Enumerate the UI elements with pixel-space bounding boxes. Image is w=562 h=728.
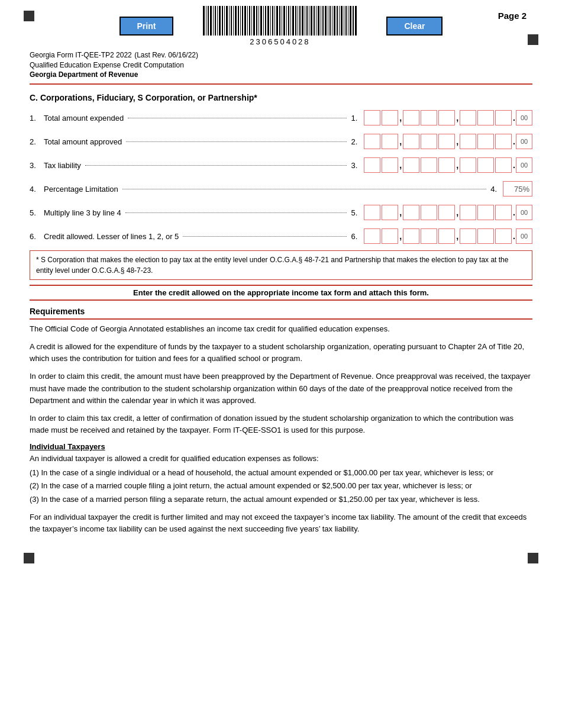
input-cell[interactable] bbox=[495, 157, 512, 173]
svg-rect-28 bbox=[267, 6, 269, 36]
instruction-text: Enter the credit allowed on the appropri… bbox=[30, 285, 532, 301]
svg-rect-12 bbox=[231, 6, 232, 36]
input-cell[interactable] bbox=[477, 110, 494, 125]
individual-taxpayers-title: Individual Taxpayers bbox=[30, 442, 532, 451]
input-cell[interactable] bbox=[403, 205, 419, 220]
corner-mark-bl bbox=[24, 553, 34, 563]
input-cell[interactable] bbox=[382, 205, 398, 220]
svg-rect-29 bbox=[270, 6, 271, 36]
input-cell[interactable] bbox=[477, 228, 494, 244]
row-2-input[interactable]: , , . 00 bbox=[363, 134, 532, 149]
input-cell[interactable] bbox=[403, 110, 419, 125]
svg-rect-44 bbox=[305, 6, 305, 36]
svg-rect-25 bbox=[260, 6, 262, 36]
svg-rect-19 bbox=[247, 6, 248, 36]
barcode bbox=[197, 6, 363, 36]
cents-cell-1[interactable]: 00 bbox=[516, 110, 532, 125]
svg-rect-41 bbox=[298, 6, 298, 36]
input-cell[interactable] bbox=[364, 157, 380, 173]
pct-box-4[interactable]: 75% bbox=[503, 181, 532, 197]
page-number: Page 2 bbox=[498, 11, 527, 21]
svg-rect-5 bbox=[215, 6, 216, 36]
input-cell[interactable] bbox=[438, 205, 455, 220]
svg-rect-1 bbox=[206, 6, 206, 36]
svg-rect-47 bbox=[311, 6, 312, 36]
svg-rect-0 bbox=[203, 6, 205, 36]
top-bar: Print bbox=[0, 0, 562, 49]
svg-rect-22 bbox=[253, 6, 255, 36]
input-cell[interactable] bbox=[382, 157, 398, 173]
input-cell[interactable] bbox=[382, 110, 398, 125]
svg-rect-3 bbox=[210, 6, 212, 36]
input-cell[interactable] bbox=[438, 110, 455, 125]
input-cell[interactable] bbox=[495, 228, 512, 244]
svg-rect-11 bbox=[229, 6, 230, 36]
cents-cell-5[interactable]: 00 bbox=[516, 205, 532, 220]
form-title: Georgia Form IT-QEE-TP2 2022 (Last Rev. … bbox=[30, 49, 532, 60]
footnote-box: * S Corporation that makes the election … bbox=[30, 250, 532, 280]
svg-rect-2 bbox=[208, 6, 209, 36]
input-cell[interactable] bbox=[421, 157, 437, 173]
row-5-label: 5. Multiply line 3 by line 4 5. bbox=[30, 208, 357, 217]
input-cell[interactable] bbox=[438, 157, 455, 173]
list-item-2: (2) In the case of a married couple fili… bbox=[30, 480, 532, 492]
input-cell[interactable] bbox=[477, 205, 494, 220]
barcode-number: 2306504028 bbox=[250, 37, 310, 46]
print-button[interactable]: Print bbox=[119, 17, 174, 36]
list-item-3: (3) In the case of a married person fili… bbox=[30, 494, 532, 505]
cents-cell-6[interactable]: 00 bbox=[516, 228, 532, 244]
bottom-bar bbox=[0, 547, 562, 569]
svg-rect-31 bbox=[274, 6, 275, 36]
input-cell[interactable] bbox=[364, 228, 380, 244]
row-6-input[interactable]: , , . 00 bbox=[363, 228, 532, 244]
requirements-title: Requirements bbox=[30, 307, 532, 320]
input-cell[interactable] bbox=[460, 228, 476, 244]
svg-rect-7 bbox=[219, 6, 221, 36]
form-dept: Georgia Department of Revenue bbox=[30, 70, 532, 79]
svg-rect-46 bbox=[309, 6, 309, 36]
input-cell[interactable] bbox=[477, 157, 494, 173]
svg-rect-18 bbox=[244, 6, 246, 36]
input-cell[interactable] bbox=[421, 134, 437, 149]
svg-rect-34 bbox=[282, 6, 282, 36]
input-cell[interactable] bbox=[364, 205, 380, 220]
input-cell[interactable] bbox=[460, 205, 476, 220]
input-cell[interactable] bbox=[403, 134, 419, 149]
svg-rect-30 bbox=[272, 6, 273, 36]
row-4-input[interactable]: 75% bbox=[503, 181, 532, 197]
input-cell[interactable] bbox=[460, 134, 476, 149]
input-cell[interactable] bbox=[421, 205, 437, 220]
input-cell[interactable] bbox=[495, 205, 512, 220]
input-cell[interactable] bbox=[477, 134, 494, 149]
input-cell[interactable] bbox=[438, 228, 455, 244]
svg-rect-6 bbox=[217, 6, 218, 36]
row-3-input[interactable]: , , . 00 bbox=[363, 157, 532, 173]
svg-rect-62 bbox=[345, 6, 347, 36]
input-cell[interactable] bbox=[460, 157, 476, 173]
final-para: For an individual taxpayer the credit is… bbox=[30, 511, 532, 535]
input-cell[interactable] bbox=[438, 134, 455, 149]
svg-rect-39 bbox=[292, 6, 294, 36]
form-row-6: 6. Credit allowed. Lesser of lines 1, 2,… bbox=[30, 227, 532, 246]
input-cell[interactable] bbox=[421, 110, 437, 125]
input-cell[interactable] bbox=[403, 157, 419, 173]
clear-button[interactable]: Clear bbox=[386, 17, 443, 36]
input-cell[interactable] bbox=[421, 228, 437, 244]
svg-rect-66 bbox=[355, 6, 357, 36]
input-cell[interactable] bbox=[495, 110, 512, 125]
svg-rect-21 bbox=[251, 6, 252, 36]
svg-rect-65 bbox=[353, 6, 354, 36]
row-5-input[interactable]: , , . 00 bbox=[363, 205, 532, 220]
cents-cell-2[interactable]: 00 bbox=[516, 134, 532, 149]
svg-rect-43 bbox=[302, 6, 303, 36]
input-cell[interactable] bbox=[364, 134, 380, 149]
row-1-input[interactable]: , , . 00 bbox=[363, 110, 532, 125]
input-cell[interactable] bbox=[382, 134, 398, 149]
input-cell[interactable] bbox=[403, 228, 419, 244]
input-cell[interactable] bbox=[495, 134, 512, 149]
input-cell[interactable] bbox=[364, 110, 380, 125]
input-cell[interactable] bbox=[460, 110, 476, 125]
input-cell[interactable] bbox=[382, 228, 398, 244]
cents-cell-3[interactable]: 00 bbox=[516, 157, 532, 173]
form-subtitle: Qualified Education Expense Credit Compu… bbox=[30, 61, 532, 69]
